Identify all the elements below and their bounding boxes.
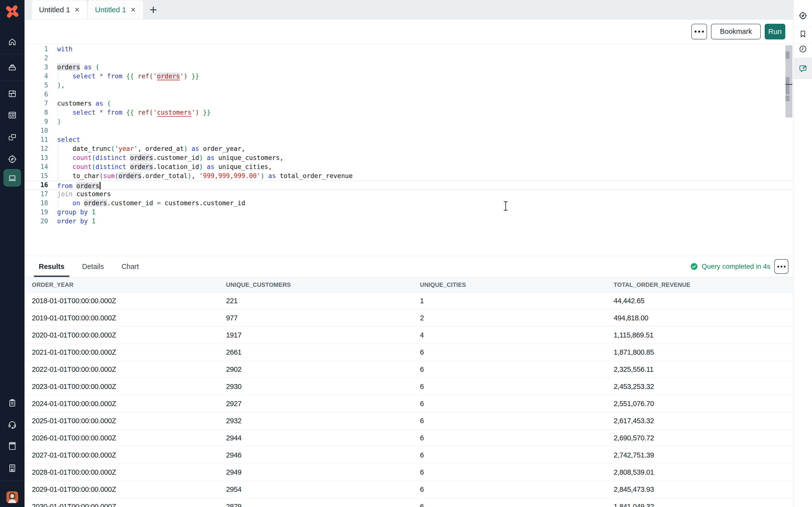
code-text: customers as ( (48, 99, 111, 108)
code-text: with (48, 45, 72, 54)
line-number: 10 (24, 126, 48, 135)
table-row[interactable]: 2021-01-01T00:00:00.000Z266161,871,800.8… (24, 344, 793, 361)
results-more-button ellipsis-icon[interactable] (774, 259, 789, 274)
table-cell: 2930 (226, 383, 420, 391)
support-headset-icon[interactable] (0, 417, 24, 431)
table-cell: 2,742,751.39 (614, 451, 793, 459)
table-cell: 2927 (226, 400, 420, 408)
line-number: 9 (24, 117, 48, 126)
code-text: group by 1 (48, 208, 96, 217)
code-line-9: 9) (24, 117, 793, 126)
data-drawer-icon[interactable] (0, 60, 24, 74)
code-text: count(distinct orders.customer_id) as un… (48, 153, 284, 162)
table-cell: 2023-01-01T00:00:00.000Z (24, 383, 226, 391)
table-body: 2018-01-01T00:00:00.000Z221144,442.65201… (24, 292, 793, 507)
line-number: 8 (24, 108, 48, 117)
tab-label: Untitled 1 (95, 6, 126, 14)
code-text: select * from {{ ref('customers') }} (48, 108, 211, 117)
explore-compass-icon[interactable] (0, 152, 24, 166)
table-cell: 2,325,556.11 (614, 365, 793, 374)
table-cell: 2018-01-01T00:00:00.000Z (24, 297, 226, 305)
right-sidebar (793, 0, 812, 507)
close-icon[interactable]: ✕ (131, 7, 136, 13)
close-icon[interactable]: ✕ (74, 7, 80, 13)
docs-book-icon[interactable] (0, 439, 24, 453)
more-options-button ellipsis-icon[interactable] (692, 24, 707, 40)
table-row[interactable]: 2028-01-01T00:00:00.000Z294962,808,539.0… (24, 464, 793, 481)
table-row[interactable]: 2020-01-01T00:00:00.000Z191741,115,869.5… (24, 327, 793, 344)
code-text: join customers (48, 189, 111, 199)
table-cell: 2026-01-01T00:00:00.000Z (24, 434, 226, 442)
table-row[interactable]: 2029-01-01T00:00:00.000Z295462,845,473.9… (24, 481, 793, 498)
magic-compass-icon[interactable] (794, 9, 812, 22)
code-line-8: 8 select * from {{ ref('customers') }} (24, 108, 793, 117)
user-avatar[interactable] (6, 491, 18, 503)
code-text: ) (48, 117, 61, 126)
table-cell: 2021-01-01T00:00:00.000Z (24, 348, 226, 356)
column-header-total_order_revenue[interactable]: TOTAL_ORDER_REVENUE (614, 281, 793, 288)
line-number: 11 (24, 135, 48, 144)
tab-bar: Untitled 1✕Untitled 1✕+ (24, 0, 793, 19)
terminal-laptop-icon[interactable] (0, 171, 24, 185)
bookmark-icon[interactable] (794, 28, 812, 41)
results-panel: ResultsDetailsChart Query completed in 4… (24, 256, 793, 507)
home-icon[interactable] (0, 35, 24, 49)
line-number: 20 (24, 217, 48, 226)
code-window-icon[interactable] (0, 108, 24, 122)
table-cell: 2879 (226, 503, 420, 507)
table-cell: 6 (420, 348, 614, 356)
table-cell: 6 (420, 503, 614, 507)
code-text (48, 90, 57, 99)
table-row[interactable]: 2027-01-01T00:00:00.000Z294662,742,751.3… (24, 447, 793, 464)
left-sidebar (0, 0, 24, 507)
table-cell: 2661 (226, 348, 420, 356)
hex-logo-icon[interactable] (4, 3, 20, 19)
table-row[interactable]: 2025-01-01T00:00:00.000Z293262,617,453.3… (24, 412, 793, 430)
query-status-text: Query completed in 4s (702, 263, 770, 270)
new-tab-button[interactable]: + (143, 0, 163, 19)
table-row[interactable]: 2023-01-01T00:00:00.000Z293062,453,253.3… (24, 378, 793, 395)
code-line-10: 10 (24, 126, 793, 135)
success-check-icon (691, 263, 698, 270)
tab-label: Chart (121, 263, 139, 271)
history-clock-icon[interactable] (794, 43, 812, 55)
column-header-unique_customers[interactable]: UNIQUE_CUSTOMERS (226, 281, 420, 288)
results-tab-details[interactable]: Details (77, 256, 109, 277)
table-cell: 2944 (226, 434, 420, 442)
sql-code-editor[interactable]: 1with23orders as (4 select * from {{ ref… (24, 44, 793, 256)
table-cell: 2946 (226, 451, 420, 459)
results-tab-results[interactable]: Results (34, 256, 69, 277)
screens-icon[interactable] (0, 130, 24, 144)
code-text (48, 54, 57, 63)
column-header-unique_cities[interactable]: UNIQUE_CITIES (420, 281, 614, 288)
table-cell: 6 (420, 468, 614, 476)
apps-grid-icon[interactable] (0, 87, 24, 101)
query-status: Query completed in 4s (691, 259, 793, 274)
table-cell: 2902 (226, 365, 420, 374)
document-tab-2[interactable]: Untitled 1✕ (88, 0, 144, 19)
code-text: count(distinct orders.location_id) as un… (48, 162, 272, 171)
table-cell: 1 (420, 297, 614, 305)
table-row[interactable]: 2024-01-01T00:00:00.000Z292762,551,076.7… (24, 395, 793, 412)
column-header-order_year[interactable]: ORDER_YEAR (24, 281, 226, 288)
run-button[interactable]: Run (765, 24, 785, 40)
clipboard-icon[interactable] (0, 396, 24, 410)
bookmark-button[interactable]: Bookmark (711, 24, 761, 40)
document-tab-1[interactable]: Untitled 1✕ (32, 0, 88, 19)
editor-scrollbar[interactable] (785, 45, 793, 118)
code-line-3: 3orders as ( (24, 63, 793, 72)
table-row[interactable]: 2019-01-01T00:00:00.000Z9772494,818.00 (24, 309, 793, 327)
table-row[interactable]: 2030-01-01T00:00:00.000Z287961,841,049.3… (24, 498, 793, 507)
results-tab-chart[interactable]: Chart (116, 256, 144, 277)
code-line-20: 20order by 1 (24, 217, 793, 226)
table-cell: 2,617,453.32 (614, 417, 793, 425)
line-number: 5 (24, 81, 48, 90)
table-row[interactable]: 2026-01-01T00:00:00.000Z294462,690,570.7… (24, 430, 793, 447)
table-cell: 6 (420, 365, 614, 374)
table-cell: 1,871,800.85 (614, 348, 793, 356)
ai-assistant-chat-icon[interactable] (794, 58, 812, 79)
org-building-icon[interactable] (0, 461, 24, 475)
table-row[interactable]: 2022-01-01T00:00:00.000Z290262,325,556.1… (24, 361, 793, 378)
scrollbar-cursor-mark (785, 84, 793, 85)
table-row[interactable]: 2018-01-01T00:00:00.000Z221144,442.65 (24, 292, 793, 309)
